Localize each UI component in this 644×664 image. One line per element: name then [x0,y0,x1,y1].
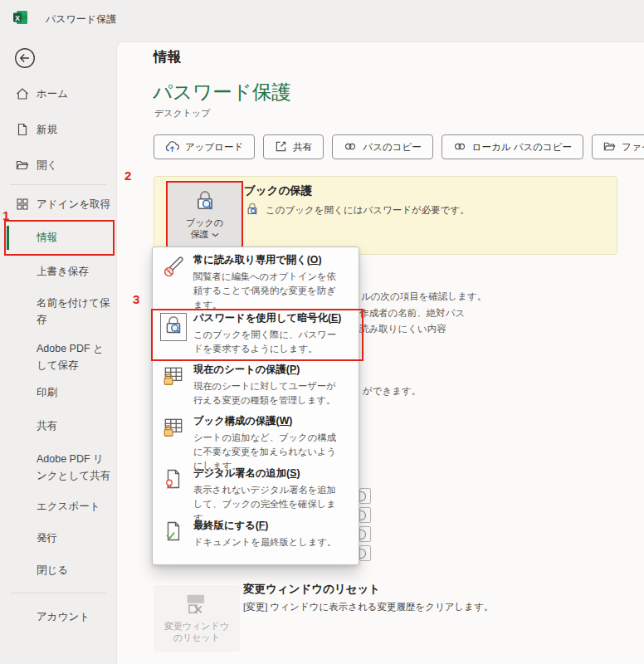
document-actions-row: アップロード 共有 パスのコピー ローカル パスのコピー ファイルの保存場所を [154,134,644,159]
menu-item-always-open-read-only[interactable]: 常に読み取り専用で開く(O) 閲覧者に編集へのオプトインを依頼することで偶発的な… [160,253,352,312]
reset-changes-window-button[interactable]: 変更ウィンドウ のリセット [154,585,240,652]
menu-item-encrypt-with-password[interactable]: パスワードを使用して暗号化(E) このブックを開く際に、パスワードを要求するよう… [160,311,352,356]
reset-window-icon [183,592,211,620]
excel-app-icon: X [13,11,27,24]
protect-workbook-banner: ブックの 保護 ブックの保護 このブックを開くにはパスワードが必要です。 [154,176,617,255]
banner-description: このブックを開くにはパスワードが必要です。 [245,202,470,218]
copy-local-path-button[interactable]: ローカル パスのコピー [442,134,583,159]
reset-section-title: 変更ウィンドウのリセット [243,582,380,597]
upload-button[interactable]: アップロード [154,134,255,159]
hidden-button-fragment [359,526,371,542]
link-icon [344,141,357,154]
back-arrow-icon [14,47,36,69]
protect-structure-icon [160,416,187,473]
selected-indicator-bar [7,226,9,250]
hidden-text-fragment: 読み取りにくい内容 [359,323,446,335]
menu-item-protect-workbook-structure[interactable]: ブック構成の保護(W) シートの追加など、ブックの構成に不要な変更を加えられない… [160,414,352,473]
menu-item-add-digital-signature[interactable]: デジタル署名の追加(S) 表示されないデジタル署名を追加して、ブックの完全性を確… [160,466,352,525]
protect-sheet-icon [160,364,187,408]
encrypt-lock-icon [160,313,187,341]
hidden-button-fragment [359,545,371,561]
sidebar-divider [10,184,106,185]
lock-magnifier-icon [193,188,217,217]
home-icon [16,87,29,100]
menu-item-protect-current-sheet[interactable]: 現在のシートの保護(P) 現在のシートに対してユーザーが行える変更の種類を管理し… [160,363,352,408]
document-location: デスクトップ [154,107,211,120]
annotation-number-1: 1 [2,208,9,222]
protect-workbook-dropdown-menu: 常に読み取り専用で開く(O) 閲覧者に編集へのオプトインを依頼することで偶発的な… [152,247,359,565]
svg-text:X: X [15,14,20,22]
hidden-button-fragment [359,507,371,523]
hidden-text-fragment: ができます。 [363,385,421,398]
chevron-down-icon [212,232,219,237]
sidebar-divider [10,593,106,593]
link-icon [453,141,466,154]
annotation-number-3: 3 [133,292,139,306]
reset-section-description: [変更] ウィンドウに表示される変更履歴をクリアします。 [243,601,493,613]
open-file-location-button[interactable]: ファイルの保存場所を [592,134,644,159]
back-button[interactable] [14,47,36,69]
share-icon [275,140,287,154]
new-document-icon [16,123,29,136]
hidden-text-fragment: ルの次の項目を確認します。 [361,290,486,303]
digital-signature-icon [160,468,187,525]
menu-item-mark-as-final[interactable]: 最終版にする(F) ドキュメントを最終版とします。 [160,519,352,549]
upload-cloud-icon [165,140,179,154]
mark-final-icon [160,520,187,549]
annotation-number-2: 2 [124,168,131,183]
protect-workbook-button[interactable]: ブックの 保護 [166,181,243,251]
lock-magnifier-small-icon [245,202,260,218]
hidden-text-fragment: 作成者の名前、絶対パス [359,307,465,320]
folder-icon [603,140,616,154]
banner-title: ブックの保護 [244,183,312,198]
share-button[interactable]: 共有 [263,134,324,159]
hidden-button-fragment [359,488,371,504]
copy-path-button[interactable]: パスのコピー [332,134,432,159]
page-title: 情報 [154,48,181,66]
open-folder-icon [16,159,29,172]
window-title: パスワード保護 [46,12,116,27]
document-title: パスワード保護 [153,79,291,105]
read-only-pencil-icon [160,255,187,312]
add-ins-grid-icon [16,198,29,211]
